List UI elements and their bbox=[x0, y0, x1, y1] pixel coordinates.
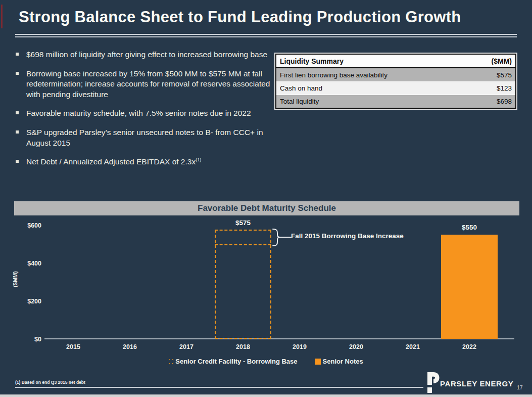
x-tick-label: 2018 bbox=[215, 343, 271, 350]
legend-item-senior-notes: Senior Notes bbox=[315, 358, 363, 365]
footer-divider bbox=[15, 387, 423, 388]
bullet-item: $698 million of liquidity after giving e… bbox=[15, 50, 277, 60]
page-title: Strong Balance Sheet to Fund Leading Pro… bbox=[19, 8, 514, 26]
prior-borrowing-base-line bbox=[215, 244, 271, 245]
x-tick-label: 2020 bbox=[328, 343, 384, 350]
bullet-text: Favorable maturity schedule, with 7.5% s… bbox=[26, 109, 251, 117]
dashed-swatch-icon bbox=[169, 359, 173, 364]
x-tick-label: 2021 bbox=[384, 343, 441, 350]
brace-icon bbox=[272, 228, 292, 247]
table-unit: ($MM) bbox=[492, 57, 512, 65]
bullet-item: Favorable maturity schedule, with 7.5% s… bbox=[15, 108, 277, 119]
row-label: First lien borrowing base availability bbox=[280, 71, 388, 79]
row-value: $698 bbox=[497, 98, 512, 105]
x-tick-label: 2015 bbox=[45, 343, 102, 350]
left-accent-bar bbox=[1, 5, 3, 28]
brand-name: PARSLEY ENERGY bbox=[440, 379, 513, 388]
parsley-energy-logo-icon bbox=[426, 372, 440, 393]
x-tick-label: 2022 bbox=[441, 343, 498, 350]
borrowing-base-value-label: $575 bbox=[215, 219, 271, 227]
row-label: Total liquidity bbox=[280, 98, 319, 105]
bullet-text: Borrowing base increased by 15% from $50… bbox=[26, 69, 270, 99]
table-row: First lien borrowing base availability $… bbox=[276, 68, 515, 81]
footnote-ref: (1) bbox=[196, 157, 201, 162]
senior-notes-value-label: $550 bbox=[441, 224, 498, 231]
bottom-edge-strip bbox=[0, 394, 532, 397]
bullet-square-icon bbox=[16, 72, 19, 75]
row-value: $123 bbox=[497, 84, 512, 92]
slide: Strong Balance Sheet to Fund Leading Pro… bbox=[0, 0, 532, 397]
y-tick-label: $0 bbox=[34, 336, 41, 343]
bullet-square-icon bbox=[16, 111, 19, 114]
bullet-square-icon bbox=[16, 130, 19, 134]
bullet-list: $698 million of liquidity after giving e… bbox=[15, 50, 277, 176]
bullet-square-icon bbox=[16, 53, 19, 56]
page-number: 17 bbox=[517, 384, 523, 390]
y-tick-label: $600 bbox=[27, 222, 41, 229]
x-tick-label: 2017 bbox=[158, 343, 215, 350]
x-axis-labels: 20152016201720182019202020212022 bbox=[45, 343, 498, 350]
bullet-item: S&P upgraded Parsley’s senior unsecured … bbox=[15, 127, 277, 148]
bullet-text: Net Debt / Annualized Adjusted EBITDAX o… bbox=[26, 157, 196, 166]
x-tick-label: 2016 bbox=[102, 343, 158, 350]
solid-swatch-icon bbox=[315, 359, 321, 365]
chart-title: Favorable Debt Maturity Schedule bbox=[14, 201, 519, 215]
bullet-square-icon bbox=[16, 160, 19, 163]
borrowing-base-bar bbox=[215, 230, 271, 339]
legend-label: Senior Credit Facility - Borrowing Base bbox=[175, 358, 297, 365]
footnote: (1) Based on end Q3 2015 net debt bbox=[15, 380, 85, 385]
table-body: First lien borrowing base availability $… bbox=[276, 68, 515, 108]
bullet-item: Net Debt / Annualized Adjusted EBITDAX o… bbox=[15, 157, 277, 167]
bullet-text: $698 million of liquidity after giving e… bbox=[26, 50, 267, 59]
table-title: Liquidity Summary bbox=[280, 57, 344, 65]
chart-annotation: Fall 2015 Borrowing Base Increase bbox=[291, 232, 404, 240]
bullet-item: Borrowing base increased by 15% from $50… bbox=[15, 69, 277, 100]
y-tick-label: $400 bbox=[27, 260, 41, 267]
table-row: Total liquidity $698 bbox=[276, 95, 515, 108]
chart-legend: Senior Credit Facility - Borrowing Base … bbox=[0, 358, 532, 365]
title-divider bbox=[15, 34, 517, 37]
legend-label: Senior Notes bbox=[323, 358, 363, 365]
table-header-row: Liquidity Summary ($MM) bbox=[276, 55, 515, 68]
row-label: Cash on hand bbox=[280, 84, 322, 92]
liquidity-summary-table: Liquidity Summary ($MM) First lien borro… bbox=[275, 54, 516, 109]
row-value: $575 bbox=[497, 71, 512, 79]
y-axis-ticks: $600$400$200$0 bbox=[15, 222, 41, 343]
senior-notes-bar bbox=[441, 235, 498, 339]
x-tick-label: 2019 bbox=[271, 343, 328, 350]
table-row: Cash on hand $123 bbox=[276, 81, 515, 95]
y-tick-label: $200 bbox=[27, 298, 41, 305]
bullet-text: S&P upgraded Parsley’s senior unsecured … bbox=[26, 128, 263, 147]
legend-item-borrowing-base: Senior Credit Facility - Borrowing Base bbox=[169, 358, 297, 365]
